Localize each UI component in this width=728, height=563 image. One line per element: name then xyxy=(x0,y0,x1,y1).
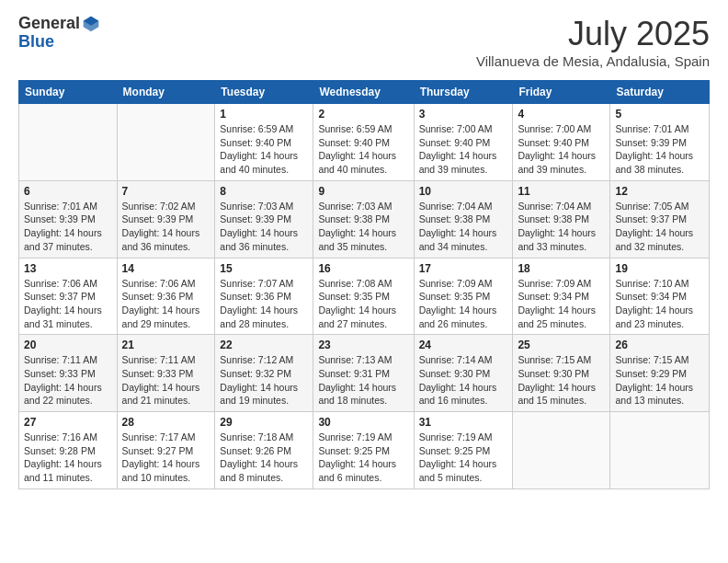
calendar-cell: 22 Sunrise: 7:12 AMSunset: 9:32 PMDaylig… xyxy=(215,335,313,412)
day-detail: Sunrise: 7:15 AMSunset: 9:29 PMDaylight:… xyxy=(615,353,704,408)
day-detail: Sunrise: 7:00 AMSunset: 9:40 PMDaylight:… xyxy=(518,122,605,177)
week-row-3: 13 Sunrise: 7:06 AMSunset: 9:37 PMDaylig… xyxy=(19,258,710,335)
day-detail: Sunrise: 7:01 AMSunset: 9:39 PMDaylight:… xyxy=(615,122,704,177)
day-detail: Sunrise: 7:03 AMSunset: 9:38 PMDaylight:… xyxy=(318,200,408,254)
day-detail: Sunrise: 7:06 AMSunset: 9:37 PMDaylight:… xyxy=(24,277,112,331)
day-detail: Sunrise: 7:18 AMSunset: 9:26 PMDaylight:… xyxy=(220,431,308,485)
day-number: 31 xyxy=(419,416,508,429)
calendar-header-row: Sunday Monday Tuesday Wednesday Thursday… xyxy=(19,81,710,104)
day-detail: Sunrise: 7:06 AMSunset: 9:36 PMDaylight:… xyxy=(122,277,210,331)
day-number: 24 xyxy=(419,339,508,351)
day-number: 29 xyxy=(220,416,308,429)
day-number: 21 xyxy=(122,339,210,351)
logo-icon xyxy=(82,15,100,33)
day-number: 17 xyxy=(419,262,508,275)
calendar-cell: 29 Sunrise: 7:18 AMSunset: 9:26 PMDaylig… xyxy=(215,412,313,489)
day-detail: Sunrise: 6:59 AMSunset: 9:40 PMDaylight:… xyxy=(220,122,308,177)
day-detail: Sunrise: 7:09 AMSunset: 9:35 PMDaylight:… xyxy=(419,277,508,331)
day-number: 7 xyxy=(122,185,210,198)
day-number: 28 xyxy=(122,416,210,429)
logo-general-text: General xyxy=(18,15,80,33)
col-thursday: Thursday xyxy=(414,81,513,104)
calendar-cell: 27 Sunrise: 7:16 AMSunset: 9:28 PMDaylig… xyxy=(19,412,118,489)
day-number: 20 xyxy=(24,339,112,351)
calendar-cell: 7 Sunrise: 7:02 AMSunset: 9:39 PMDayligh… xyxy=(117,180,215,258)
logo: General Blue xyxy=(18,15,100,52)
day-detail: Sunrise: 7:11 AMSunset: 9:33 PMDaylight:… xyxy=(122,353,210,408)
day-detail: Sunrise: 7:08 AMSunset: 9:35 PMDaylight:… xyxy=(318,277,408,331)
day-number: 4 xyxy=(518,108,605,121)
day-number: 14 xyxy=(122,262,210,275)
day-number: 27 xyxy=(24,416,112,429)
day-number: 15 xyxy=(220,262,308,275)
day-detail: Sunrise: 7:07 AMSunset: 9:36 PMDaylight:… xyxy=(220,277,308,331)
week-row-2: 6 Sunrise: 7:01 AMSunset: 9:39 PMDayligh… xyxy=(19,180,710,258)
day-detail: Sunrise: 7:12 AMSunset: 9:32 PMDaylight:… xyxy=(220,353,308,408)
day-number: 26 xyxy=(615,339,704,351)
location-subtitle: Villanueva de Mesia, Andalusia, Spain xyxy=(476,53,710,69)
week-row-5: 27 Sunrise: 7:16 AMSunset: 9:28 PMDaylig… xyxy=(19,412,710,489)
day-number: 13 xyxy=(24,262,112,275)
day-number: 19 xyxy=(615,262,704,275)
calendar-cell: 24 Sunrise: 7:14 AMSunset: 9:30 PMDaylig… xyxy=(414,335,513,412)
day-detail: Sunrise: 7:15 AMSunset: 9:30 PMDaylight:… xyxy=(518,353,605,408)
page: General Blue July 2025 Villanueva de Mes… xyxy=(0,0,728,504)
calendar-cell: 4 Sunrise: 7:00 AMSunset: 9:40 PMDayligh… xyxy=(513,104,610,181)
day-number: 2 xyxy=(318,108,408,121)
calendar-cell: 14 Sunrise: 7:06 AMSunset: 9:36 PMDaylig… xyxy=(117,258,215,335)
calendar-cell: 20 Sunrise: 7:11 AMSunset: 9:33 PMDaylig… xyxy=(19,335,118,412)
calendar-cell: 31 Sunrise: 7:19 AMSunset: 9:25 PMDaylig… xyxy=(414,412,513,489)
day-detail: Sunrise: 7:10 AMSunset: 9:34 PMDaylight:… xyxy=(615,277,704,331)
day-number: 3 xyxy=(419,108,508,121)
col-tuesday: Tuesday xyxy=(215,81,313,104)
week-row-4: 20 Sunrise: 7:11 AMSunset: 9:33 PMDaylig… xyxy=(19,335,710,412)
month-title: July 2025 xyxy=(476,15,710,53)
day-detail: Sunrise: 7:05 AMSunset: 9:37 PMDaylight:… xyxy=(615,200,704,254)
day-detail: Sunrise: 7:13 AMSunset: 9:31 PMDaylight:… xyxy=(318,353,408,408)
day-detail: Sunrise: 7:01 AMSunset: 9:39 PMDaylight:… xyxy=(24,200,112,254)
logo-blue-text: Blue xyxy=(18,32,54,51)
day-number: 16 xyxy=(318,262,408,275)
day-detail: Sunrise: 7:19 AMSunset: 9:25 PMDaylight:… xyxy=(419,431,508,485)
day-detail: Sunrise: 7:16 AMSunset: 9:28 PMDaylight:… xyxy=(24,431,112,485)
day-number: 18 xyxy=(518,262,605,275)
day-detail: Sunrise: 7:02 AMSunset: 9:39 PMDaylight:… xyxy=(122,200,210,254)
calendar-cell: 10 Sunrise: 7:04 AMSunset: 9:38 PMDaylig… xyxy=(414,180,513,258)
day-number: 6 xyxy=(24,185,112,198)
day-detail: Sunrise: 7:14 AMSunset: 9:30 PMDaylight:… xyxy=(419,353,508,408)
calendar-cell: 25 Sunrise: 7:15 AMSunset: 9:30 PMDaylig… xyxy=(513,335,610,412)
day-detail: Sunrise: 7:04 AMSunset: 9:38 PMDaylight:… xyxy=(419,200,508,254)
col-sunday: Sunday xyxy=(19,81,118,104)
col-saturday: Saturday xyxy=(610,81,710,104)
calendar-cell: 19 Sunrise: 7:10 AMSunset: 9:34 PMDaylig… xyxy=(610,258,710,335)
day-detail: Sunrise: 7:19 AMSunset: 9:25 PMDaylight:… xyxy=(318,431,408,485)
day-detail: Sunrise: 7:09 AMSunset: 9:34 PMDaylight:… xyxy=(518,277,605,331)
day-number: 12 xyxy=(615,185,704,198)
day-number: 22 xyxy=(220,339,308,351)
day-number: 5 xyxy=(615,108,704,121)
calendar-cell: 28 Sunrise: 7:17 AMSunset: 9:27 PMDaylig… xyxy=(117,412,215,489)
calendar-cell: 13 Sunrise: 7:06 AMSunset: 9:37 PMDaylig… xyxy=(19,258,118,335)
calendar-cell: 30 Sunrise: 7:19 AMSunset: 9:25 PMDaylig… xyxy=(313,412,414,489)
calendar-cell: 26 Sunrise: 7:15 AMSunset: 9:29 PMDaylig… xyxy=(610,335,710,412)
day-number: 23 xyxy=(318,339,408,351)
calendar-cell: 21 Sunrise: 7:11 AMSunset: 9:33 PMDaylig… xyxy=(117,335,215,412)
day-number: 8 xyxy=(220,185,308,198)
col-friday: Friday xyxy=(513,81,610,104)
day-number: 11 xyxy=(518,185,605,198)
calendar-cell: 9 Sunrise: 7:03 AMSunset: 9:38 PMDayligh… xyxy=(313,180,414,258)
day-detail: Sunrise: 7:03 AMSunset: 9:39 PMDaylight:… xyxy=(220,200,308,254)
calendar-cell xyxy=(117,104,215,181)
day-detail: Sunrise: 6:59 AMSunset: 9:40 PMDaylight:… xyxy=(318,122,408,177)
week-row-1: 1 Sunrise: 6:59 AMSunset: 9:40 PMDayligh… xyxy=(19,104,710,181)
calendar-table: Sunday Monday Tuesday Wednesday Thursday… xyxy=(18,80,710,489)
calendar-cell: 8 Sunrise: 7:03 AMSunset: 9:39 PMDayligh… xyxy=(215,180,313,258)
day-detail: Sunrise: 7:00 AMSunset: 9:40 PMDaylight:… xyxy=(419,122,508,177)
col-wednesday: Wednesday xyxy=(313,81,414,104)
day-detail: Sunrise: 7:04 AMSunset: 9:38 PMDaylight:… xyxy=(518,200,605,254)
calendar-cell: 5 Sunrise: 7:01 AMSunset: 9:39 PMDayligh… xyxy=(610,104,710,181)
title-block: July 2025 Villanueva de Mesia, Andalusia… xyxy=(476,15,710,69)
calendar-cell: 11 Sunrise: 7:04 AMSunset: 9:38 PMDaylig… xyxy=(513,180,610,258)
calendar-cell: 18 Sunrise: 7:09 AMSunset: 9:34 PMDaylig… xyxy=(513,258,610,335)
calendar-cell xyxy=(513,412,610,489)
